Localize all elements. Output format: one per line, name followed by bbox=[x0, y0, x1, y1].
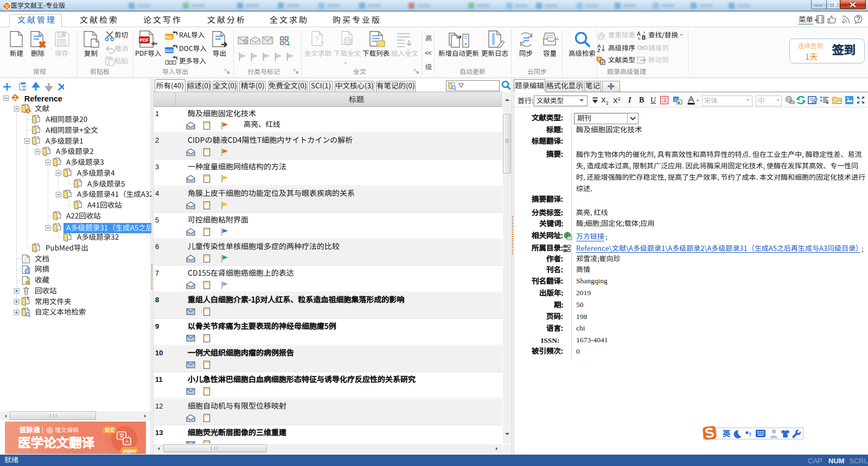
svg-text:A: A bbox=[637, 31, 641, 37]
svg-text:Z: Z bbox=[597, 48, 601, 53]
svg-text:B: B bbox=[642, 35, 646, 40]
